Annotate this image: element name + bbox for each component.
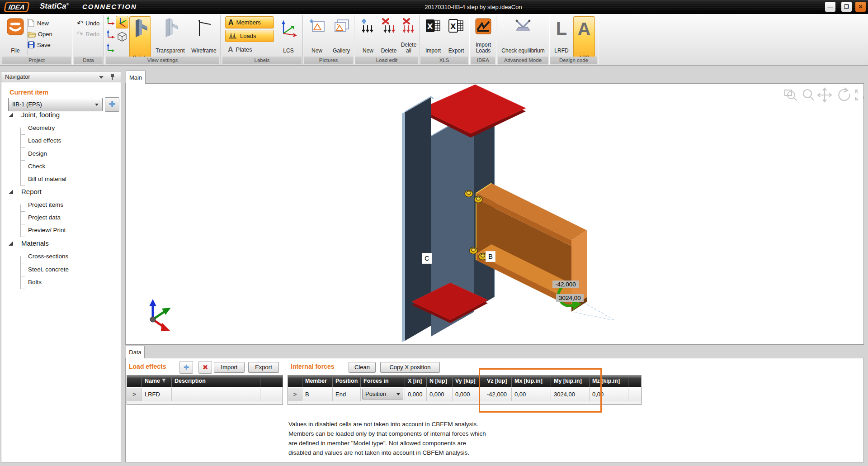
- table-footer-strip: [288, 401, 641, 404]
- load-value-vz: -42,000: [552, 281, 579, 288]
- cell-vy[interactable]: 0,000: [453, 387, 484, 401]
- tree-item-check[interactable]: Check: [28, 160, 45, 173]
- cell-n[interactable]: 0,000: [427, 387, 453, 401]
- load-effects-export-button[interactable]: Export: [248, 362, 279, 373]
- tree-item-project-items[interactable]: Project items: [28, 199, 63, 211]
- member-label-column[interactable]: C: [422, 253, 432, 264]
- title-bar: IDEA StatiCa® CONNECTION 20170310-IIB-4 …: [0, 0, 868, 14]
- new-button[interactable]: New: [28, 18, 49, 28]
- wireframe-button[interactable]: Wireframe: [188, 16, 220, 55]
- clean-button[interactable]: Clean: [349, 362, 376, 373]
- group-label-labels: Labels: [222, 57, 302, 64]
- cell-description[interactable]: [172, 387, 260, 401]
- internal-force-row[interactable]: > B End Position 0,000 0,000 0,000 -42,0…: [288, 387, 641, 401]
- picture-new-button[interactable]: New: [306, 16, 328, 55]
- pan-icon[interactable]: [818, 88, 831, 102]
- ribbon-group-design-code: L LRFD A ASD Design code: [549, 15, 598, 65]
- expand-corners-icon[interactable]: [855, 90, 863, 100]
- letter-a-icon: A: [228, 46, 233, 54]
- tree-item-design[interactable]: Design: [28, 147, 47, 160]
- labels-plates-toggle[interactable]: A Plates: [225, 43, 274, 56]
- expander-icon[interactable]: [9, 241, 13, 246]
- check-equilibrium-button[interactable]: Check equilibrium: [500, 16, 546, 55]
- load-effect-row[interactable]: > LRFD: [127, 387, 283, 401]
- close-button[interactable]: ✕: [855, 2, 866, 12]
- load-new-button[interactable]: New: [358, 16, 378, 55]
- navigator-header[interactable]: Navigator: [1, 71, 121, 82]
- column-header-description[interactable]: Description: [172, 376, 260, 387]
- load-effects-import-button[interactable]: Import: [214, 362, 245, 373]
- rotate-icon[interactable]: [839, 88, 849, 100]
- undo-button[interactable]: ↶ Undo: [77, 18, 99, 28]
- asd-button[interactable]: A ASD: [573, 16, 595, 63]
- xls-import-button[interactable]: X Import: [422, 16, 444, 55]
- cell-name[interactable]: LRFD: [142, 387, 172, 401]
- import-loads-icon: [475, 18, 491, 34]
- row-selector[interactable]: >: [127, 387, 142, 401]
- zoom-icon[interactable]: [803, 90, 814, 100]
- 3d-viewport[interactable]: C B -42,000 3024,00: [125, 83, 864, 345]
- tab-main[interactable]: Main: [126, 71, 146, 84]
- minimize-button[interactable]: —: [825, 2, 835, 12]
- copy-x-position-button[interactable]: Copy X position: [380, 362, 440, 373]
- maximize-button[interactable]: ❐: [841, 2, 852, 12]
- load-delete-all-button[interactable]: Delete all: [400, 16, 418, 55]
- add-load-effect-button[interactable]: ✚: [179, 361, 193, 374]
- delete-load-effect-button[interactable]: ✖: [198, 361, 212, 374]
- view-axonometry-button[interactable]: [116, 16, 128, 29]
- cell-my[interactable]: 3024,00: [551, 387, 590, 401]
- column-header-name[interactable]: Name: [142, 376, 172, 387]
- view-yz-button[interactable]: [106, 43, 116, 55]
- tree-item-steel-concrete[interactable]: Steel, concrete: [28, 263, 69, 276]
- zoom-window-icon[interactable]: [785, 90, 797, 100]
- xls-export-button[interactable]: X Export: [446, 16, 467, 55]
- filter-icon[interactable]: [162, 379, 166, 383]
- tree-item-bill-of-material[interactable]: Bill of material: [28, 173, 66, 185]
- pin-icon[interactable]: [110, 73, 115, 81]
- tree-item-bolts[interactable]: Bolts: [28, 276, 42, 289]
- view-xz-button[interactable]: [106, 29, 116, 41]
- solids-button[interactable]: Solids: [129, 16, 151, 63]
- file-button[interactable]: File: [5, 16, 26, 55]
- save-button[interactable]: Save: [28, 40, 51, 50]
- cell-x[interactable]: 0,000: [405, 387, 427, 401]
- cell-mx[interactable]: 0,00: [512, 387, 551, 401]
- cap-plate[interactable]: [420, 85, 526, 138]
- tree-item-preview-print[interactable]: Preview/ Print: [28, 224, 66, 237]
- import-loads-button[interactable]: Import Loads: [472, 16, 494, 55]
- add-item-button[interactable]: ✚: [105, 97, 119, 112]
- header-spacer: [288, 376, 302, 387]
- column-header-my: My [kip.in]: [551, 376, 590, 387]
- cell-position[interactable]: End: [333, 387, 361, 401]
- transparent-button[interactable]: Transparent: [153, 16, 187, 55]
- chevron-down-icon[interactable]: [99, 76, 104, 79]
- tab-data[interactable]: Data: [126, 346, 145, 358]
- tree-item-load-effects[interactable]: Load effects: [28, 134, 61, 147]
- expander-icon[interactable]: [9, 113, 13, 117]
- forces-in-dropdown[interactable]: Position: [362, 389, 403, 399]
- labels-loads-toggle[interactable]: Loads: [225, 30, 274, 42]
- lcs-button[interactable]: LCS: [277, 16, 300, 55]
- row-selector[interactable]: >: [288, 387, 302, 401]
- tree-item-cross-sections[interactable]: Cross-sections: [28, 250, 68, 263]
- member-label-beam[interactable]: B: [486, 251, 495, 262]
- cell-mz[interactable]: 0,00: [590, 387, 628, 401]
- gallery-button[interactable]: Gallery: [330, 16, 353, 55]
- expander-icon[interactable]: [9, 190, 13, 194]
- ribbon-group-idea: Import Loads IDEA: [470, 15, 496, 65]
- lrfd-button[interactable]: L LRFD: [551, 16, 572, 55]
- letter-a-icon: A: [228, 19, 234, 27]
- axonometry-icon: [116, 16, 128, 28]
- view-cube-button[interactable]: [117, 31, 127, 44]
- view-xy-button[interactable]: [106, 16, 116, 28]
- internal-forces-title: Internal forces: [291, 363, 334, 370]
- cell-vz[interactable]: -42,000: [484, 387, 512, 401]
- tree-item-project-data[interactable]: Project data: [28, 211, 61, 224]
- redo-button[interactable]: ↷ Redo: [77, 29, 99, 39]
- cell-member[interactable]: B: [302, 387, 333, 401]
- load-new-icon: [360, 18, 376, 34]
- tree-item-geometry[interactable]: Geometry: [28, 122, 55, 134]
- open-button[interactable]: Open: [28, 29, 52, 39]
- load-delete-button[interactable]: Delete: [379, 16, 399, 55]
- labels-members-toggle[interactable]: A Members: [225, 16, 274, 29]
